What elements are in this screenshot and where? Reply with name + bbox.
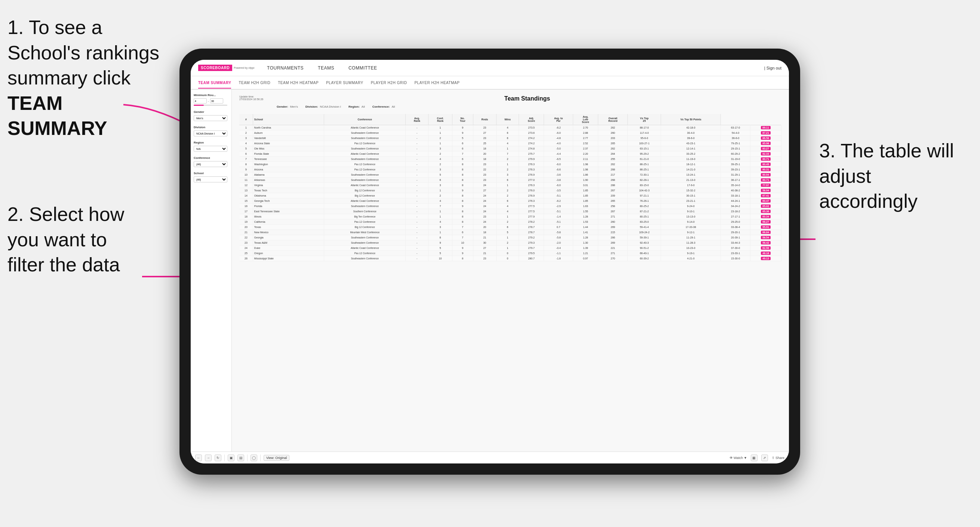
cell-19-7: 6 <box>496 225 519 230</box>
col-rank: # <box>239 114 253 125</box>
toolbar-grid[interactable]: ▦ <box>751 454 757 461</box>
cell-7-13: 18-12-1 <box>661 162 721 167</box>
tab-team-h2h-heatmap[interactable]: TEAM H2H HEATMAP <box>278 78 318 88</box>
col-adj-score: Adj.Score <box>519 114 544 125</box>
tab-team-summary[interactable]: TEAM SUMMARY <box>198 78 231 89</box>
filter-region-select[interactable]: N/A All <box>194 146 228 152</box>
table-row[interactable]: 16FloridaSoutheastern Conference-7924427… <box>239 204 781 209</box>
cell-22-15: 58.42 <box>751 240 781 246</box>
share-button[interactable]: ⇧ Share <box>772 456 784 460</box>
table-row[interactable]: 14OklahomaBig 12 Conference-28242276.9-5… <box>239 193 781 198</box>
cell-4-5: 6 <box>452 146 473 151</box>
toolbar-forward[interactable]: → <box>205 454 212 461</box>
cell-2-3: - <box>406 136 428 141</box>
table-row[interactable]: 19CaliforniaPac-12 Conference-48242278.2… <box>239 219 781 225</box>
cell-14-2: Atlantic Coast Conference <box>324 198 406 204</box>
toolbar-back[interactable]: ← <box>195 454 202 461</box>
cell-21-8: 279.2 <box>519 235 544 240</box>
filter-gender-select[interactable]: Men's Women's <box>194 115 228 121</box>
table-row[interactable]: 1North CarolinaAtlantic Coast Conference… <box>239 125 781 130</box>
cell-5-13: 33-25-2 <box>661 151 721 157</box>
toolbar-paste[interactable]: ▤ <box>237 454 244 461</box>
tab-player-h2h-heatmap[interactable]: PLAYER H2H HEATMAP <box>414 78 460 88</box>
table-row[interactable]: 12VirginiaAtlantic Coast Conference-3824… <box>239 183 781 188</box>
table-row[interactable]: 9ArizonaPac-12 Conference-38222276.3-6.6… <box>239 167 781 172</box>
cell-4-1: Ole Miss <box>253 146 324 151</box>
cell-12-0: 13 <box>239 188 253 193</box>
table-row[interactable]: 22GeorgiaSoutheastern Conference-8721127… <box>239 235 781 240</box>
view-original-button[interactable]: View: Original <box>264 455 290 461</box>
toolbar-clock[interactable]: ◯ <box>250 454 257 461</box>
table-row[interactable]: 3VanderbiltSoutheastern Conference-25236… <box>239 136 781 141</box>
cell-19-14: 33-38-4 <box>721 225 751 230</box>
nav-teams[interactable]: TEAMS <box>316 65 336 71</box>
table-row[interactable]: 2AuburnSoutheastern Conference-19276273.… <box>239 130 781 136</box>
cell-12-1: Texas Tech <box>253 188 324 193</box>
content-area: Update time: 27/03/2024 16:56:26 Team St… <box>232 90 789 451</box>
cell-23-4: 5 <box>428 246 452 251</box>
filter-division-select[interactable]: NCAA Division I NCAA Division II NCAA Di… <box>194 130 228 137</box>
tab-team-h2h-grid[interactable]: TEAM H2H GRID <box>239 78 270 88</box>
cell-21-14: 20-39-1 <box>721 235 751 240</box>
nav-committee[interactable]: COMMITTEE <box>347 65 379 71</box>
table-row[interactable]: 17East Tennessee StateSouthern Conferenc… <box>239 209 781 214</box>
table-row[interactable]: 18IllinoisBig Ten Conference-18231277.9-… <box>239 214 781 219</box>
filter-min-input[interactable] <box>194 98 207 103</box>
table-row[interactable]: 23Texas A&MSoutheastern Conference-91030… <box>239 240 781 246</box>
cell-4-2: Southeastern Conference <box>324 146 406 151</box>
cell-9-5: 8 <box>452 172 473 178</box>
cell-24-7: 0 <box>496 251 519 256</box>
table-row[interactable]: 4Arizona StatePac-12 Conference-16254274… <box>239 141 781 146</box>
cell-11-13: 17-9-0 <box>661 183 721 188</box>
cell-20-5: 6 <box>452 230 473 235</box>
cell-13-1: Oklahoma <box>253 193 324 198</box>
watch-button[interactable]: 👁 Watch ▼ <box>730 456 747 460</box>
cell-17-12: 80-25-1 <box>628 214 661 219</box>
table-row[interactable]: 26Mississippi StateSoutheastern Conferen… <box>239 256 781 261</box>
table-row[interactable]: 21New MexicoMountain West Conference-161… <box>239 230 781 235</box>
cell-1-5: 9 <box>452 130 473 136</box>
cell-0-12: 88-17-0 <box>628 125 661 130</box>
cell-19-3: - <box>406 225 428 230</box>
table-row[interactable]: 6Florida StateAtlantic Coast Conference-… <box>239 151 781 157</box>
toolbar-refresh[interactable]: ↻ <box>215 454 221 461</box>
cell-13-11: 209 <box>598 193 628 198</box>
cell-20-6: 18 <box>473 230 496 235</box>
cell-9-0: 10 <box>239 172 253 178</box>
cell-5-7: 7 <box>496 151 519 157</box>
cell-0-1: North Carolina <box>253 125 324 130</box>
tab-player-summary[interactable]: PLAYER SUMMARY <box>326 78 363 88</box>
standings-title: Team Standings <box>273 95 781 102</box>
toolbar-copy[interactable]: ▣ <box>228 454 234 461</box>
cell-4-11: 262 <box>598 146 628 151</box>
table-row[interactable]: 5Ole MissSoutheastern Conference-3618127… <box>239 146 781 151</box>
nav-tournaments[interactable]: TOURNAMENTS <box>266 65 305 71</box>
cell-3-0: 4 <box>239 141 253 146</box>
filter-minimum-rounds: Minimum Rou... - <box>194 94 229 106</box>
table-row[interactable]: 13Texas TechBig 12 Conference-19272276.0… <box>239 188 781 193</box>
table-row[interactable]: 24DukeAtlantic Coast Conference-59271279… <box>239 246 781 251</box>
cell-17-6: 23 <box>473 214 496 219</box>
table-row[interactable]: 7TennesseeSoutheastern Conference-461822… <box>239 157 781 162</box>
cell-20-8: 278.7 <box>519 230 544 235</box>
filter-conference-select[interactable]: (All) <box>194 161 228 167</box>
tab-player-h2h-grid[interactable]: PLAYER H2H GRID <box>371 78 407 88</box>
table-row[interactable]: 15Georgia TechAtlantic Coast Conference-… <box>239 198 781 204</box>
cell-8-0: 9 <box>239 167 253 172</box>
cell-6-15: 80.71 <box>751 157 781 162</box>
table-row[interactable]: 10AlabamaSoutheastern Conference-5823327… <box>239 172 781 178</box>
cell-1-10: 2.88 <box>573 130 598 136</box>
table-row[interactable]: 20TexasBig 12 Conference-37206278.70.71.… <box>239 225 781 230</box>
filter-school-select[interactable]: (All) <box>194 176 228 183</box>
table-row[interactable]: 8WashingtonPac-12 Conference-28231276.3-… <box>239 162 781 167</box>
cell-18-0: 19 <box>239 219 253 225</box>
cell-14-4: 4 <box>428 198 452 204</box>
filter-max-input[interactable] <box>210 98 223 103</box>
toolbar-expand[interactable]: ⇗ <box>761 454 768 461</box>
cell-22-6: 30 <box>473 240 496 246</box>
cell-2-10: 2.77 <box>573 136 598 141</box>
table-row[interactable]: 11ArkansasSoutheastern Conference-682362… <box>239 178 781 183</box>
table-row[interactable]: 25OregonPac-12 Conference-59210279.5-1.1… <box>239 251 781 256</box>
cell-20-14: 29-20-1 <box>721 230 751 235</box>
sign-out-button[interactable]: | Sign out <box>764 66 781 70</box>
